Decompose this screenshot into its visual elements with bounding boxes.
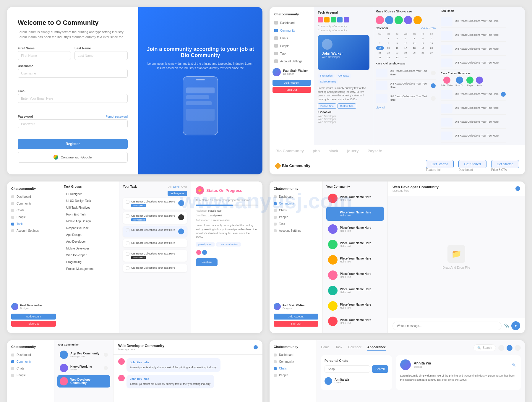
cal-day-today[interactable]: 14 — [376, 46, 384, 50]
cal-day[interactable]: 23 — [393, 51, 401, 55]
cal-day[interactable]: 12 — [419, 41, 427, 46]
first-name-input[interactable] — [18, 51, 71, 60]
cal-day[interactable]: 20 — [427, 46, 436, 50]
tab-task[interactable]: Task — [335, 345, 342, 351]
chat4-sign-out[interactable]: Sign Out — [274, 321, 318, 327]
chat5-settings-1[interactable] — [104, 353, 108, 357]
chat-nav-account[interactable]: Account Settings — [270, 227, 322, 234]
tg-projmgmt[interactable]: Project Management — [64, 265, 116, 272]
tg-mobileapp[interactable]: Mobile App Design — [64, 218, 116, 225]
tg-appdesign[interactable]: App Design — [64, 231, 116, 238]
rave-action-2[interactable] — [431, 83, 436, 88]
chat-nav-dashboard[interactable]: Dashboard — [270, 193, 322, 200]
chat4-send-button[interactable]: ➤ — [511, 321, 520, 330]
comm-item-7[interactable]: Place Your Name Here Hello text — [326, 283, 384, 298]
task-nav-people[interactable]: People — [7, 214, 60, 221]
cal-day[interactable]: 10 — [401, 41, 410, 46]
cal-day[interactable]: 22 — [384, 51, 392, 55]
dash-nav-people[interactable]: People — [270, 372, 317, 379]
comm-item-2[interactable]: Place Your Name Here Hello text — [326, 207, 384, 221]
cal-day[interactable]: 26 — [419, 51, 427, 55]
task-check-4[interactable] — [126, 241, 129, 245]
task-nav-chats[interactable]: Chats — [7, 207, 60, 214]
tg-appdev[interactable]: App Developer — [64, 238, 116, 245]
task-nav-account[interactable]: Account Settings — [7, 227, 60, 234]
cta-btn-2[interactable]: Get Started — [458, 160, 486, 168]
task-check-5[interactable] — [126, 252, 129, 256]
chat5-nav-dashboard[interactable]: Dashboard — [7, 351, 54, 358]
task-sign-out[interactable]: Sign Out — [11, 321, 56, 327]
google-signin-button[interactable]: Continue with Google — [18, 152, 128, 163]
chat5-settings-icon[interactable] — [254, 345, 258, 349]
tg-uiuxdesign[interactable]: UI UX Design Task — [64, 197, 116, 204]
email-input[interactable] — [18, 94, 128, 103]
cal-day[interactable]: 5 — [419, 36, 427, 41]
comm-item-3[interactable]: Place Your Name Here Hello text — [326, 222, 384, 236]
rave-action-1[interactable] — [431, 71, 436, 75]
comm-item-5[interactable]: Place Your Name Here Hello text — [326, 253, 384, 267]
all-filter[interactable]: All — [168, 185, 171, 188]
task-nav-dashboard[interactable]: Dashboard — [7, 193, 60, 200]
in-progress-btn[interactable]: In Progress — [168, 191, 187, 196]
chat5-nav-people[interactable]: People — [7, 372, 54, 379]
dash-search-bar[interactable]: 🔍 Search — [473, 344, 496, 351]
cal-day[interactable]: 9 — [393, 41, 401, 46]
chat-nav-task[interactable]: Task — [270, 221, 322, 227]
task-nav-community[interactable]: Community — [7, 200, 60, 207]
task-check-3[interactable] — [126, 228, 129, 232]
task-check-1[interactable] — [126, 200, 129, 204]
comm-item-6[interactable]: Place Your Name Here Hello text — [326, 268, 384, 282]
chat5-list-1[interactable]: App Dev Community Message here — [57, 348, 110, 361]
chat5-list-2[interactable]: Hieryd Working archat — [57, 362, 110, 374]
task-check-6[interactable] — [126, 266, 129, 270]
chat4-settings-icon[interactable] — [515, 186, 520, 191]
cal-day[interactable]: 19 — [419, 46, 427, 50]
chat-nav-community[interactable]: Community — [270, 200, 322, 207]
dash-nav-chats[interactable]: Chats — [270, 365, 317, 372]
over-filter[interactable]: Over — [181, 185, 187, 188]
sidebar-item-account[interactable]: Account Settings — [270, 57, 314, 65]
sidebar-item-task[interactable]: Task — [270, 50, 314, 57]
last-name-input[interactable] — [74, 51, 128, 60]
comm-item-9[interactable]: Place Your Name Here Hello text — [326, 314, 384, 328]
rave-action-3[interactable] — [431, 96, 436, 101]
personal-search-input[interactable] — [325, 365, 370, 373]
chat5-settings-2[interactable] — [104, 366, 108, 370]
dash-notif-icon[interactable] — [498, 345, 504, 351]
cta-btn-3[interactable]: Get Started — [491, 160, 519, 168]
tab-appearance[interactable]: Appearance — [367, 345, 386, 351]
tab-calender[interactable]: Calender — [348, 345, 361, 351]
tab-home[interactable]: Home — [321, 345, 330, 351]
add-account-button[interactable]: Add Account — [273, 80, 311, 86]
task-add-account[interactable]: Add Account — [11, 314, 56, 320]
attachment-icon[interactable]: 📎 — [504, 323, 509, 328]
cal-day[interactable]: 1 — [384, 36, 392, 41]
tg-programming[interactable]: Programing — [64, 259, 116, 265]
cal-day[interactable]: 31 — [401, 55, 410, 60]
register-button[interactable]: Register — [18, 139, 128, 149]
dash-user-icon[interactable] — [507, 345, 512, 351]
cal-day[interactable]: 4 — [410, 36, 419, 41]
tg-uidesigner[interactable]: UI Designer — [64, 191, 116, 197]
tg-ui8task[interactable]: UI8 Task Finatives — [64, 204, 116, 211]
chat4-add-account[interactable]: Add Account — [274, 314, 318, 320]
sign-out-button[interactable]: Sign Out — [273, 87, 311, 93]
cal-day[interactable]: 25 — [410, 51, 419, 55]
cal-day[interactable]: 24 — [401, 51, 410, 55]
chat5-list-3[interactable]: Web Developer Community — [57, 375, 110, 388]
cal-day[interactable]: 16 — [393, 46, 401, 50]
view-all-link[interactable]: View All — [376, 106, 436, 109]
tg-webdev[interactable]: Web Developer — [64, 252, 116, 259]
dash-nav-dashboard[interactable]: Dashboard — [270, 351, 317, 358]
cal-day[interactable]: 7 — [376, 41, 384, 46]
button-title-2[interactable]: Button Title — [338, 103, 356, 109]
cal-day[interactable]: 28 — [376, 55, 384, 60]
task-nav-task[interactable]: Task — [7, 221, 60, 227]
task-check-2[interactable] — [126, 214, 129, 218]
password-input[interactable] — [18, 119, 128, 128]
personal-search-btn[interactable]: Search — [372, 365, 388, 373]
username-input[interactable] — [18, 69, 128, 78]
cal-day[interactable]: 29 — [384, 55, 392, 60]
chat4-message-input[interactable] — [392, 322, 502, 330]
cal-day[interactable]: 21 — [376, 51, 384, 55]
